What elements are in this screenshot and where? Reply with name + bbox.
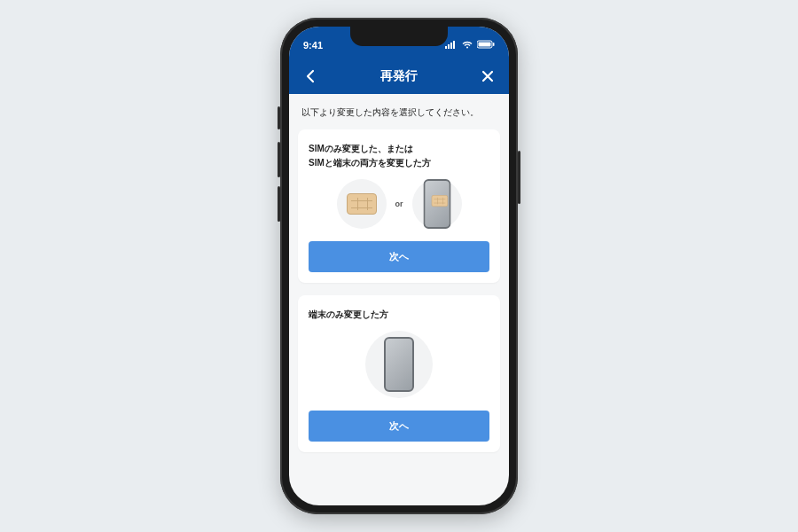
option-card-sim: SIMのみ変更した、または SIMと端末の両方を変更した方 or 次へ <box>298 129 500 283</box>
sim-icon <box>347 193 377 215</box>
next-button-sim[interactable]: 次へ <box>309 241 489 272</box>
sim-circle <box>337 179 387 229</box>
content-area[interactable]: 以下より変更した内容を選択してください。 SIMのみ変更した、または SIMと端… <box>289 94 509 505</box>
svg-rect-5 <box>479 43 491 47</box>
device-icon <box>384 337 414 392</box>
card-title: 端末のみ変更した方 <box>309 308 489 322</box>
card-title: SIMのみ変更した、または SIMと端末の両方を変更した方 <box>309 142 489 170</box>
phone-frame: 9:41 再発行 以下より変更した内容 <box>280 18 518 514</box>
battery-icon <box>477 40 495 51</box>
option-card-device: 端末のみ変更した方 次へ <box>298 295 500 452</box>
power-button <box>518 151 520 204</box>
volume-down-button <box>278 186 280 222</box>
prompt-text: 以下より変更した内容を選択してください。 <box>301 106 497 119</box>
device-sim-circle <box>412 179 462 229</box>
svg-rect-6 <box>493 43 495 46</box>
illustration-sim-or-device: or <box>309 179 489 229</box>
svg-rect-3 <box>453 41 455 49</box>
close-button[interactable] <box>477 66 498 87</box>
device-circle <box>365 331 433 398</box>
back-button[interactable] <box>300 66 321 87</box>
wifi-icon <box>461 40 473 51</box>
volume-up-button <box>278 142 280 177</box>
card-title-line2: SIMと端末の両方を変更した方 <box>309 158 431 168</box>
notch <box>350 27 448 46</box>
svg-rect-1 <box>448 44 450 49</box>
next-button-device[interactable]: 次へ <box>309 411 489 442</box>
status-time: 9:41 <box>303 40 323 51</box>
status-icons <box>445 40 495 51</box>
illustration-device <box>309 331 489 398</box>
side-button <box>278 106 280 129</box>
or-label: or <box>395 200 403 208</box>
device-with-sim-icon <box>423 179 450 229</box>
svg-rect-0 <box>445 46 447 49</box>
svg-rect-2 <box>450 43 452 49</box>
nav-bar: 再発行 <box>289 59 509 94</box>
nav-title: 再発行 <box>380 68 418 84</box>
phone-screen: 9:41 再発行 以下より変更した内容 <box>289 27 509 505</box>
card-title-line1: SIMのみ変更した、または <box>309 144 413 153</box>
signal-icon <box>445 40 458 51</box>
sim-overlay-icon <box>431 195 447 207</box>
